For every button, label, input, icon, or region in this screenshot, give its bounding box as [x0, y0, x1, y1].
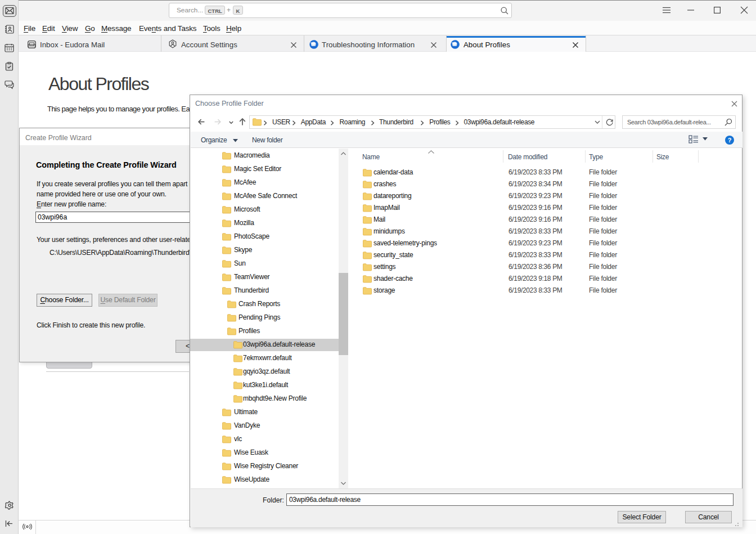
svg-text:?: ?	[728, 137, 732, 143]
